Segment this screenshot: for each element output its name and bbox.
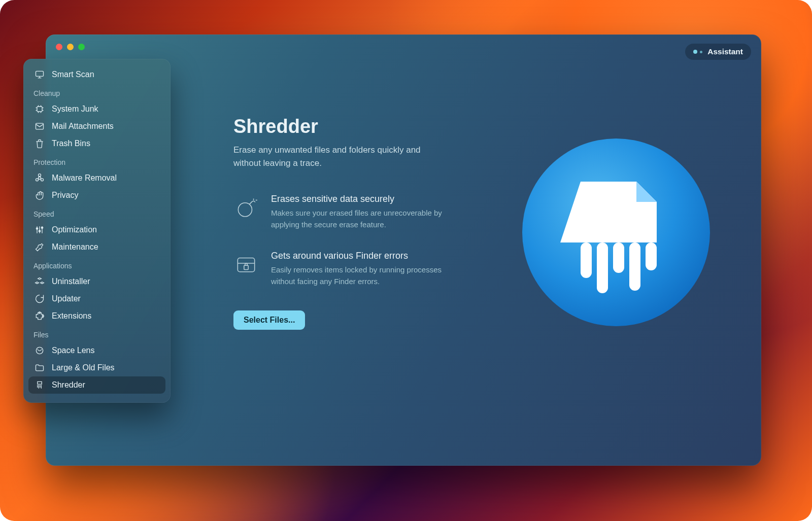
sidebar-item-label: Privacy: [52, 191, 78, 200]
sidebar-item-space-lens[interactable]: Space Lens: [28, 342, 165, 359]
sidebar-item-smart-scan[interactable]: Smart Scan: [28, 66, 165, 83]
sidebar-item-extensions[interactable]: Extensions: [28, 307, 165, 325]
svg-point-8: [39, 230, 40, 232]
sidebar-item-label: Space Lens: [52, 346, 95, 355]
svg-rect-1: [37, 107, 42, 112]
assistant-label: Assistant: [707, 47, 743, 56]
svg-rect-15: [244, 265, 248, 269]
close-window-button[interactable]: [56, 44, 62, 50]
sidebar-item-mail-attachments[interactable]: Mail Attachments: [28, 118, 165, 135]
sidebar-item-label: System Junk: [52, 105, 98, 114]
svg-rect-19: [613, 242, 624, 273]
feature-title: Gets around various Finder errors: [271, 251, 467, 261]
lens-icon: [35, 345, 45, 356]
sidebar-item-large-old-files[interactable]: Large & Old Files: [28, 359, 165, 376]
svg-point-3: [39, 177, 41, 180]
sidebar: Smart Scan Cleanup System Junk Mail Atta…: [23, 59, 171, 403]
update-icon: [35, 294, 45, 304]
assistant-button[interactable]: Assistant: [685, 44, 751, 60]
hand-icon: [35, 190, 45, 200]
wrench-icon: [35, 242, 45, 252]
sidebar-item-optimization[interactable]: Optimization: [28, 221, 165, 238]
sidebar-item-label: Shredder: [52, 380, 85, 390]
biohazard-icon: [35, 173, 45, 183]
section-label-protection: Protection: [28, 152, 165, 169]
mail-icon: [35, 121, 45, 131]
sidebar-item-trash-bins[interactable]: Trash Bins: [28, 135, 165, 152]
page-title: Shredder: [233, 116, 731, 137]
sidebar-item-label: Extensions: [52, 311, 91, 321]
assistant-icon: [693, 50, 702, 54]
section-label-speed: Speed: [28, 204, 165, 221]
sidebar-item-label: Mail Attachments: [52, 122, 114, 131]
section-label-files: Files: [28, 325, 165, 342]
svg-point-9: [41, 227, 43, 228]
svg-point-4: [39, 174, 41, 177]
window-controls: [56, 44, 85, 50]
feature-finder-unlock: Gets around various Finder errors Easily…: [233, 251, 467, 287]
feature-list: Erases sensitive data securely Makes sur…: [233, 194, 467, 287]
trash-icon: [35, 138, 45, 149]
chip-icon: [35, 104, 45, 114]
app-window: Assistant Smart Scan Cleanup System Junk…: [46, 34, 761, 466]
sidebar-item-privacy[interactable]: Privacy: [28, 187, 165, 204]
minimize-window-button[interactable]: [67, 44, 74, 50]
sidebar-item-maintenance[interactable]: Maintenance: [28, 238, 165, 256]
folder-icon: [35, 363, 45, 373]
puzzle-icon: [35, 311, 45, 321]
sidebar-item-label: Optimization: [52, 225, 97, 234]
select-files-button[interactable]: Select Files...: [233, 310, 305, 330]
shredder-icon: [35, 380, 45, 390]
sidebar-item-label: Large & Old Files: [52, 363, 115, 372]
monitor-icon: [35, 70, 45, 80]
bomb-icon: [233, 194, 259, 219]
svg-rect-17: [581, 242, 592, 278]
feature-desc: Easily removes items locked by running p…: [271, 264, 467, 287]
feature-desc: Makes sure your erased files are unrecov…: [271, 207, 467, 230]
sidebar-item-uninstaller[interactable]: Uninstaller: [28, 273, 165, 290]
feature-secure-erase: Erases sensitive data securely Makes sur…: [233, 194, 467, 230]
sidebar-item-label: Smart Scan: [52, 70, 94, 79]
svg-point-7: [36, 228, 38, 229]
svg-rect-20: [629, 242, 640, 291]
svg-rect-2: [36, 123, 44, 129]
shredder-illustration: [520, 136, 713, 329]
sidebar-item-updater[interactable]: Updater: [28, 290, 165, 307]
page-subtitle: Erase any unwanted files and folders qui…: [233, 144, 436, 169]
sidebar-item-label: Trash Bins: [52, 139, 90, 148]
sidebar-item-label: Malware Removal: [52, 173, 117, 183]
sidebar-item-system-junk[interactable]: System Junk: [28, 100, 165, 118]
svg-rect-18: [597, 242, 608, 293]
boxes-icon: [35, 276, 45, 287]
sidebar-item-label: Maintenance: [52, 242, 98, 252]
section-label-cleanup: Cleanup: [28, 83, 165, 100]
sliders-icon: [35, 225, 45, 235]
sidebar-item-label: Updater: [52, 294, 81, 303]
svg-rect-21: [646, 242, 657, 270]
sidebar-item-shredder[interactable]: Shredder: [28, 376, 165, 394]
feature-title: Erases sensitive data securely: [271, 194, 467, 204]
sidebar-item-malware[interactable]: Malware Removal: [28, 169, 165, 187]
section-label-applications: Applications: [28, 256, 165, 273]
locked-box-icon: [233, 251, 259, 276]
svg-point-6: [41, 179, 44, 181]
svg-rect-0: [36, 71, 44, 76]
sidebar-item-label: Uninstaller: [52, 277, 90, 286]
svg-point-13: [238, 203, 252, 217]
svg-point-5: [36, 179, 39, 181]
zoom-window-button[interactable]: [78, 44, 85, 50]
